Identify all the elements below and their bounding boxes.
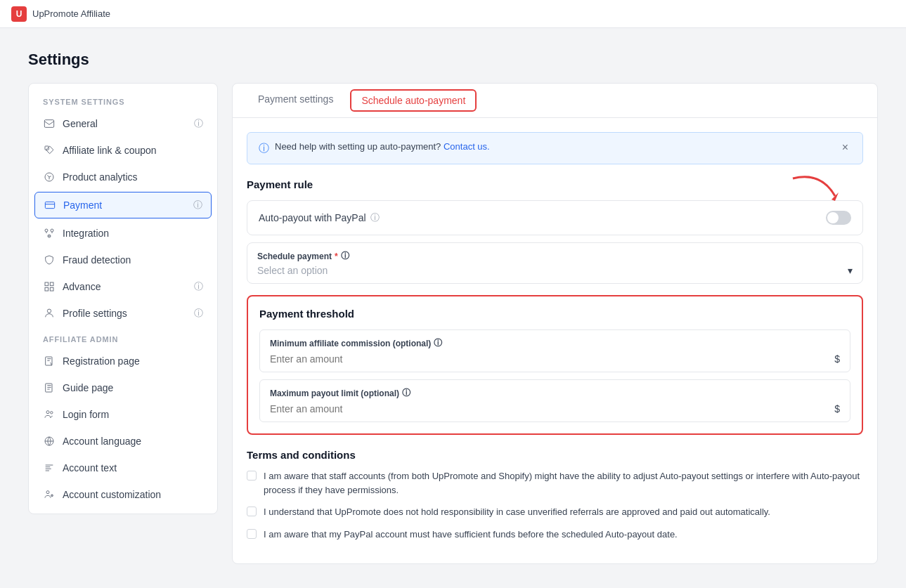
auto-payout-label: Auto-payout with PayPal ⓘ (259, 211, 380, 224)
sidebar-item-guide-page[interactable]: Guide page (29, 374, 217, 401)
general-label: General (63, 118, 98, 129)
account-customization-label: Account customization (63, 489, 161, 500)
min-commission-currency: $ (834, 353, 840, 365)
main-panel: Payment settings Schedule auto-payment ⓘ… (232, 83, 878, 564)
tab-schedule-auto-payment[interactable]: Schedule auto-payment (350, 89, 477, 112)
svg-rect-9 (45, 287, 48, 291)
schedule-payment-select[interactable]: Select an option ▾ (257, 265, 853, 276)
sidebar-item-account-customization[interactable]: Account customization (29, 481, 217, 508)
system-settings-label: SYSTEM SETTINGS (29, 89, 217, 110)
page-heading: Settings (28, 51, 878, 69)
person-icon (43, 307, 56, 320)
sidebar-item-account-text[interactable]: Account text (29, 455, 217, 481)
integration-icon (43, 227, 56, 240)
sidebar-item-login-form[interactable]: Login form (29, 401, 217, 428)
min-commission-label: Minimum affiliate commission (optional) … (270, 337, 840, 349)
persons-icon (43, 408, 56, 421)
chevron-down-icon: ▾ (848, 265, 853, 276)
max-payout-label: Maximum payout limit (optional) ⓘ (270, 387, 840, 399)
affiliate-link-label: Affiliate link & coupon (63, 145, 157, 156)
text-icon (43, 462, 56, 474)
doc-icon (43, 381, 56, 394)
chart-icon (43, 171, 56, 183)
terms-text-2: I understand that UpPromote does not hol… (264, 505, 770, 519)
sidebar-item-advance[interactable]: Advance ⓘ (29, 273, 217, 300)
sidebar-item-integration[interactable]: Integration (29, 220, 217, 247)
terms-text-3: I am aware that my PayPal account must h… (264, 528, 678, 542)
terms-item-3: I am aware that my PayPal account must h… (247, 528, 863, 542)
terms-checkbox-1[interactable] (247, 471, 257, 481)
min-commission-info-icon: ⓘ (434, 337, 442, 349)
terms-item-1: I am aware that staff accounts (from bot… (247, 469, 863, 497)
max-payout-currency: $ (834, 403, 840, 414)
card-icon (44, 199, 56, 211)
sidebar-item-affiliate-link[interactable]: Affiliate link & coupon (29, 137, 217, 164)
payment-threshold-title: Payment threshold (259, 308, 850, 320)
tag-icon (43, 144, 56, 157)
terms-title: Terms and conditions (247, 449, 863, 461)
svg-rect-10 (50, 287, 53, 291)
min-commission-field: Minimum affiliate commission (optional) … (259, 329, 850, 372)
sidebar-item-account-language[interactable]: Account language (29, 428, 217, 455)
terms-section: Terms and conditions I am aware that sta… (247, 449, 863, 541)
max-payout-field: Maximum payout limit (optional) ⓘ $ (259, 379, 850, 422)
terms-checkbox-2[interactable] (247, 507, 257, 516)
schedule-payment-label: Schedule payment * ⓘ (257, 250, 853, 262)
tabs-row: Payment settings Schedule auto-payment (233, 84, 877, 118)
svg-rect-7 (45, 282, 48, 286)
sidebar-item-general[interactable]: General ⓘ (29, 110, 217, 137)
info-banner-text: Need help with setting up auto-payment? … (275, 141, 490, 152)
persons-gear-icon (43, 488, 56, 501)
profile-info-icon: ⓘ (194, 307, 203, 320)
banner-close-button[interactable]: × (839, 141, 851, 154)
fraud-detection-label: Fraud detection (63, 254, 131, 266)
svg-point-5 (51, 229, 53, 232)
shield-icon (43, 254, 56, 266)
integration-label: Integration (63, 228, 109, 239)
schedule-payment-info-icon: ⓘ (341, 250, 349, 262)
info-banner: ⓘ Need help with setting up auto-payment… (247, 132, 863, 164)
login-form-label: Login form (63, 409, 109, 420)
contact-us-link[interactable]: Contact us. (444, 141, 490, 152)
doc-pen-icon (43, 355, 56, 367)
min-commission-input[interactable] (270, 353, 834, 365)
account-language-label: Account language (63, 436, 141, 447)
svg-point-17 (46, 491, 49, 494)
auto-payout-info-icon: ⓘ (370, 211, 380, 224)
affiliate-admin-label: AFFILIATE ADMIN (29, 327, 217, 348)
terms-text-1: I am aware that staff accounts (from bot… (264, 469, 863, 497)
payment-rule-section: Payment rule Auto-payout with PayPal ⓘ (247, 178, 863, 284)
payment-label: Payment (63, 200, 102, 211)
auto-payout-row: Auto-payout with PayPal ⓘ (247, 200, 863, 235)
sidebar-item-payment[interactable]: Payment ⓘ (34, 192, 212, 218)
sidebar-item-registration-page[interactable]: Registration page (29, 348, 217, 374)
globe-icon (43, 435, 56, 447)
tab-payment-settings[interactable]: Payment settings (247, 84, 344, 118)
payment-rule-title: Payment rule (247, 178, 863, 190)
payment-threshold-section: Payment threshold Minimum affiliate comm… (247, 295, 863, 435)
app-title: UpPromote Affiliate (32, 8, 110, 19)
sidebar-item-profile-settings[interactable]: Profile settings ⓘ (29, 300, 217, 327)
info-circle-icon: ⓘ (259, 142, 269, 155)
product-analytics-label: Product analytics (63, 171, 138, 183)
advance-info-icon: ⓘ (194, 280, 203, 293)
svg-rect-8 (50, 282, 53, 286)
sidebar: SYSTEM SETTINGS General ⓘ Affiliate link… (28, 83, 218, 514)
terms-item-2: I understand that UpPromote does not hol… (247, 505, 863, 519)
sidebar-item-fraud-detection[interactable]: Fraud detection (29, 247, 217, 273)
auto-payout-toggle[interactable] (826, 211, 851, 225)
sidebar-item-product-analytics[interactable]: Product analytics (29, 164, 217, 190)
grid-icon (43, 280, 56, 293)
max-payout-input[interactable] (270, 403, 834, 414)
topbar: U UpPromote Affiliate (0, 0, 906, 28)
payment-info-icon: ⓘ (193, 199, 202, 211)
email-icon (43, 117, 56, 130)
svg-rect-13 (46, 384, 52, 392)
svg-rect-0 (44, 120, 53, 128)
terms-checkbox-3[interactable] (247, 529, 257, 539)
svg-point-15 (51, 412, 53, 414)
account-text-label: Account text (63, 462, 117, 473)
schedule-payment-wrapper: Schedule payment * ⓘ Select an option ▾ (247, 242, 863, 284)
general-info-icon: ⓘ (194, 117, 203, 130)
registration-page-label: Registration page (63, 355, 140, 367)
